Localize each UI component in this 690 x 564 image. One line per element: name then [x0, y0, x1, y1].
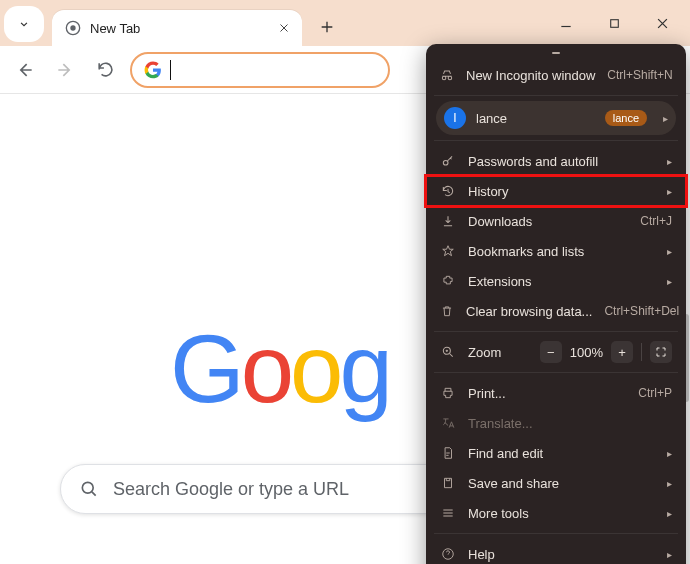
star-icon [440, 243, 456, 259]
nav-reload-button[interactable] [90, 55, 120, 85]
menu-label: Save and share [468, 476, 655, 491]
translate-icon [440, 415, 456, 431]
chevron-right-icon: ▸ [663, 113, 668, 124]
omnibox-input[interactable] [179, 62, 376, 78]
menu-label: Zoom [468, 345, 528, 360]
arrow-right-icon [55, 60, 75, 80]
menu-item-passwords[interactable]: Passwords and autofill ▸ [426, 146, 686, 176]
svg-rect-2 [610, 19, 618, 27]
key-icon [440, 153, 456, 169]
menu-label: Find and edit [468, 446, 655, 461]
menu-label: History [468, 184, 655, 199]
chevron-right-icon: ▸ [667, 186, 672, 197]
menu-accel: Ctrl+Shift+N [607, 68, 672, 82]
window-close-button[interactable] [650, 11, 674, 35]
svg-point-1 [70, 25, 75, 30]
fullscreen-button[interactable] [650, 341, 672, 363]
menu-accel: Ctrl+Shift+Del [604, 304, 679, 318]
menu-label: New Incognito window [466, 68, 595, 83]
menu-item-history[interactable]: History ▸ [426, 176, 686, 206]
chrome-main-menu: New Incognito window Ctrl+Shift+N I lanc… [426, 44, 686, 564]
zoom-icon [440, 344, 456, 360]
menu-item-print[interactable]: Print... Ctrl+P [426, 378, 686, 408]
menu-item-more-tools[interactable]: More tools ▸ [426, 498, 686, 528]
menu-label: Passwords and autofill [468, 154, 655, 169]
reload-icon [96, 60, 115, 79]
chevron-right-icon: ▸ [667, 478, 672, 489]
document-search-icon [440, 445, 456, 461]
omnibox[interactable] [130, 52, 390, 88]
menu-item-save-share[interactable]: Save and share ▸ [426, 468, 686, 498]
menu-item-bookmarks[interactable]: Bookmarks and lists ▸ [426, 236, 686, 266]
close-icon [278, 22, 290, 34]
chevron-right-icon: ▸ [667, 549, 672, 560]
menu-label: Downloads [468, 214, 628, 229]
menu-accel: Ctrl+J [640, 214, 672, 228]
browser-titlebar: New Tab [0, 0, 690, 46]
zoom-value: 100% [570, 345, 603, 360]
extension-icon [440, 273, 456, 289]
window-maximize-button[interactable] [602, 11, 626, 35]
chrome-favicon-icon [64, 19, 82, 37]
profile-badge: lance [605, 110, 647, 126]
menu-separator [641, 343, 642, 361]
tab-close-button[interactable] [276, 20, 292, 36]
menu-accel: Ctrl+P [638, 386, 672, 400]
menu-label: Extensions [468, 274, 655, 289]
google-logo: Goog [170, 314, 389, 424]
chevron-right-icon: ▸ [667, 508, 672, 519]
menu-item-zoom: Zoom − 100% + [426, 337, 686, 367]
search-icon [79, 479, 99, 499]
menu-item-profile[interactable]: I lance lance ▸ [436, 101, 676, 135]
window-controls [554, 0, 684, 46]
print-icon [440, 385, 456, 401]
menu-item-extensions[interactable]: Extensions ▸ [426, 266, 686, 296]
text-caret [170, 60, 171, 80]
svg-point-5 [443, 160, 448, 165]
menu-label: Help [468, 547, 655, 562]
menu-label: Print... [468, 386, 626, 401]
menu-grip-icon [426, 50, 686, 60]
trash-icon [440, 303, 454, 319]
menu-item-downloads[interactable]: Downloads Ctrl+J [426, 206, 686, 236]
chevron-right-icon: ▸ [667, 276, 672, 287]
window-minimize-button[interactable] [554, 11, 578, 35]
minimize-icon [559, 16, 573, 30]
tab-search-button[interactable] [4, 6, 44, 42]
menu-item-help[interactable]: Help ▸ [426, 539, 686, 564]
tools-icon [440, 505, 456, 521]
tab-title: New Tab [90, 21, 276, 36]
incognito-icon [440, 67, 454, 83]
fullscreen-icon [655, 346, 667, 358]
menu-item-new-incognito[interactable]: New Incognito window Ctrl+Shift+N [426, 60, 686, 90]
maximize-icon [608, 17, 621, 30]
google-g-icon [144, 61, 162, 79]
menu-label: Bookmarks and lists [468, 244, 655, 259]
menu-label: Clear browsing data... [466, 304, 592, 319]
svg-point-3 [82, 482, 93, 493]
plus-icon [319, 19, 335, 35]
menu-item-translate[interactable]: Translate... [426, 408, 686, 438]
chevron-right-icon: ▸ [667, 156, 672, 167]
arrow-left-icon [15, 60, 35, 80]
download-icon [440, 213, 456, 229]
help-icon [440, 546, 456, 562]
ntp-search-placeholder: Search Google or type a URL [113, 479, 349, 500]
browser-tab[interactable]: New Tab [52, 10, 302, 46]
zoom-in-button[interactable]: + [611, 341, 633, 363]
nav-forward-button[interactable] [50, 55, 80, 85]
chevron-right-icon: ▸ [667, 448, 672, 459]
menu-item-find[interactable]: Find and edit ▸ [426, 438, 686, 468]
zoom-out-button[interactable]: − [540, 341, 562, 363]
nav-back-button[interactable] [10, 55, 40, 85]
menu-item-clear-browsing-data[interactable]: Clear browsing data... Ctrl+Shift+Del [426, 296, 686, 326]
chevron-down-icon [17, 17, 31, 31]
chevron-right-icon: ▸ [667, 246, 672, 257]
menu-separator [434, 331, 678, 332]
profile-name: lance [476, 111, 595, 126]
menu-separator [434, 372, 678, 373]
new-tab-button[interactable] [312, 12, 342, 42]
menu-separator [434, 533, 678, 534]
avatar: I [444, 107, 466, 129]
menu-label: Translate... [468, 416, 672, 431]
